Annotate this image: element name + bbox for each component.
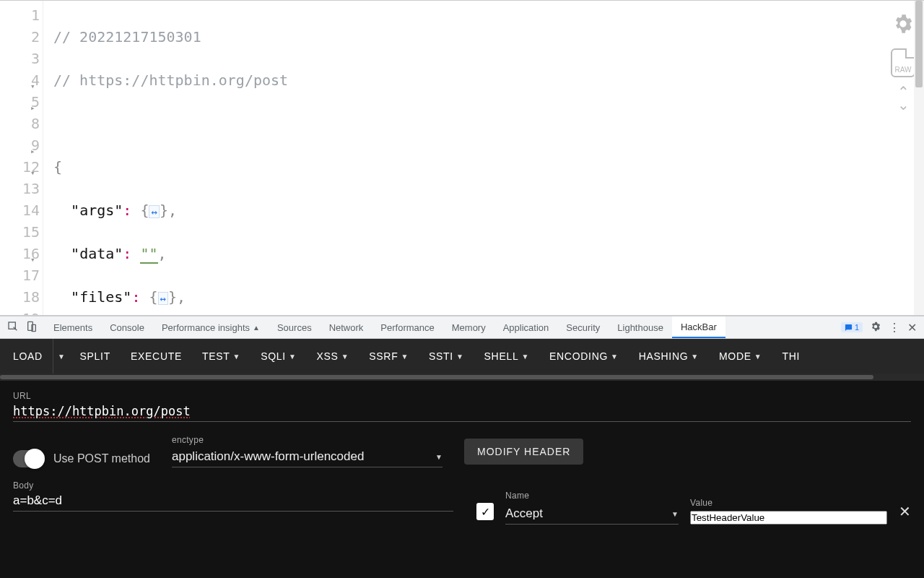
body-label: Body bbox=[13, 480, 453, 491]
kebab-icon[interactable]: ⋮ bbox=[889, 321, 900, 335]
modify-header-button[interactable]: MODIFY HEADER bbox=[464, 439, 583, 465]
json-viewer-pane: 1 2 3 4▾ 5▸ 8 9▸ 12▾ 13 14 15 16▾ 17 18 … bbox=[0, 0, 924, 316]
json-code[interactable]: // 20221217150301 // https://httpbin.org… bbox=[43, 1, 924, 315]
json-key-data: "data" bbox=[71, 245, 123, 262]
tab-performance[interactable]: Performance bbox=[372, 316, 443, 338]
comment-line: // 20221217150301 bbox=[53, 28, 201, 46]
sqli-dropdown[interactable]: SQLI▼ bbox=[250, 339, 306, 374]
expand-icon[interactable]: ↔ bbox=[158, 292, 168, 305]
header-row: ✓ Name Accept ▼ Value ✕ bbox=[476, 491, 911, 525]
enctype-label: enctype bbox=[172, 435, 443, 445]
split-button[interactable]: SPLIT bbox=[70, 339, 121, 374]
inspect-icon[interactable] bbox=[7, 321, 19, 335]
chevron-down-icon: ▼ bbox=[671, 510, 679, 518]
load-dropdown[interactable]: ▼ bbox=[53, 339, 70, 374]
gear-icon[interactable] bbox=[870, 321, 881, 335]
hashing-dropdown[interactable]: HASHING▼ bbox=[629, 339, 709, 374]
tab-elements[interactable]: Elements bbox=[45, 316, 101, 338]
delete-header-icon[interactable]: ✕ bbox=[899, 503, 911, 520]
tab-sources[interactable]: Sources bbox=[269, 316, 321, 338]
expand-icon[interactable]: ↔ bbox=[149, 205, 159, 218]
enctype-select[interactable]: application/x-www-form-urlencoded ▼ bbox=[172, 445, 443, 467]
json-key-files: "files" bbox=[71, 288, 131, 306]
tab-application[interactable]: Application bbox=[494, 316, 558, 338]
tab-network[interactable]: Network bbox=[321, 316, 372, 338]
toolbar-scrollbar[interactable] bbox=[0, 374, 924, 381]
vertical-scrollbar[interactable] bbox=[914, 1, 924, 315]
tab-security[interactable]: Security bbox=[557, 316, 609, 338]
shell-dropdown[interactable]: SHELL▼ bbox=[474, 339, 539, 374]
header-value-input[interactable] bbox=[690, 511, 887, 525]
url-input[interactable]: https://httpbin.org/post bbox=[13, 401, 911, 422]
header-value-label: Value bbox=[690, 498, 887, 508]
close-icon[interactable]: ✕ bbox=[907, 321, 917, 335]
header-enabled-checkbox[interactable]: ✓ bbox=[476, 503, 494, 520]
tab-performance-insights[interactable]: Performance insights ▲ bbox=[153, 316, 269, 338]
devtools-tabbar: Elements Console Performance insights ▲ … bbox=[0, 316, 924, 339]
use-post-label: Use POST method bbox=[53, 452, 150, 465]
tab-lighthouse[interactable]: Lighthouse bbox=[609, 316, 672, 338]
toolbar-overflow[interactable]: THI bbox=[772, 339, 810, 374]
tab-hackbar[interactable]: HackBar bbox=[672, 316, 725, 338]
url-label: URL bbox=[13, 391, 911, 401]
gear-icon[interactable] bbox=[892, 12, 915, 38]
ssti-dropdown[interactable]: SSTI▼ bbox=[419, 339, 474, 374]
tab-memory[interactable]: Memory bbox=[443, 316, 494, 338]
json-key-args: "args" bbox=[71, 202, 123, 219]
xss-dropdown[interactable]: XSS▼ bbox=[307, 339, 359, 374]
use-post-toggle[interactable] bbox=[13, 450, 45, 467]
ssrf-dropdown[interactable]: SSRF▼ bbox=[359, 339, 419, 374]
tab-console[interactable]: Console bbox=[101, 316, 153, 338]
chevron-down-icon[interactable]: ⌄ bbox=[897, 100, 910, 109]
raw-icon[interactable]: RAW bbox=[891, 48, 915, 77]
hackbar-panel: LOAD ▼ SPLIT EXECUTE TEST▼ SQLI▼ XSS▼ SS… bbox=[0, 339, 924, 578]
hackbar-toolbar: LOAD ▼ SPLIT EXECUTE TEST▼ SQLI▼ XSS▼ SS… bbox=[0, 339, 924, 374]
header-name-label: Name bbox=[505, 491, 679, 501]
header-name-select[interactable]: Accept ▼ bbox=[505, 504, 679, 525]
test-dropdown[interactable]: TEST▼ bbox=[192, 339, 250, 374]
device-toggle-icon[interactable] bbox=[26, 321, 38, 335]
line-number-gutter: 1 2 3 4▾ 5▸ 8 9▸ 12▾ 13 14 15 16▾ 17 18 … bbox=[0, 1, 43, 315]
execute-button[interactable]: EXECUTE bbox=[121, 339, 192, 374]
encoding-dropdown[interactable]: ENCODING▼ bbox=[539, 339, 629, 374]
body-input[interactable] bbox=[13, 491, 453, 512]
load-button[interactable]: LOAD bbox=[3, 339, 53, 374]
chevron-up-icon[interactable]: ⌃ bbox=[897, 87, 910, 96]
messages-badge[interactable]: 1 bbox=[841, 322, 863, 332]
mode-dropdown[interactable]: MODE▼ bbox=[709, 339, 772, 374]
chevron-down-icon: ▼ bbox=[435, 453, 443, 461]
comment-line: // https://httpbin.org/post bbox=[53, 72, 288, 89]
